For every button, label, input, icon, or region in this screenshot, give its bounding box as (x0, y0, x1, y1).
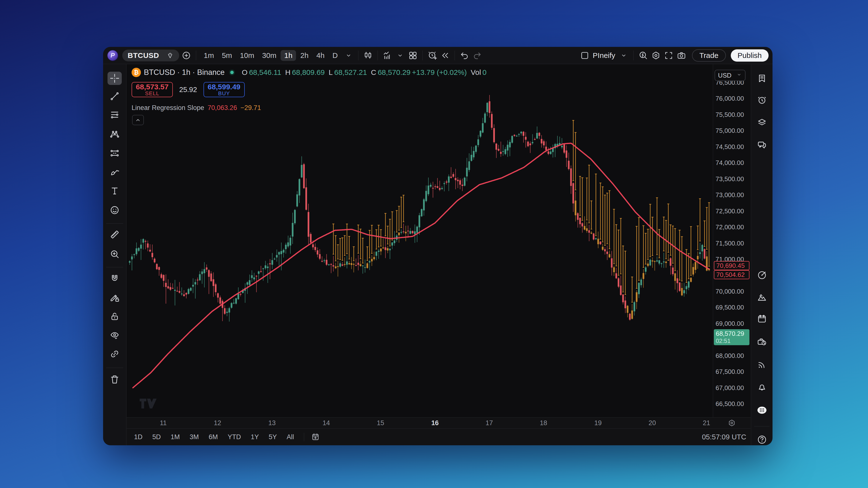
time-axis-label-14: 14 (322, 419, 330, 427)
symbol-search-button[interactable]: BTCUSD (122, 50, 179, 61)
volume-value: 0 (483, 68, 487, 77)
trade-button[interactable]: Trade (692, 49, 725, 62)
draw-lock-icon[interactable] (109, 292, 120, 303)
spread-value: 25.92 (179, 86, 197, 94)
link-icon[interactable] (109, 348, 120, 360)
magnet-icon[interactable] (109, 273, 120, 284)
legend-title[interactable]: BTCUSD · 1h · Binance (144, 68, 225, 77)
publish-button[interactable]: Publish (731, 49, 769, 62)
timeframe-1h[interactable]: 1h (281, 50, 296, 61)
buy-button[interactable]: 68,599.49 BUY (204, 82, 245, 97)
create-alert-icon[interactable] (427, 50, 438, 61)
candlestick-chart[interactable] (127, 64, 713, 417)
hotlists-icon[interactable] (756, 270, 768, 281)
timeframe-4h[interactable]: 4h (313, 50, 328, 61)
chart-type-candles-icon[interactable] (362, 50, 374, 61)
timeframe-1m[interactable]: 1m (200, 50, 218, 61)
indicator-name[interactable]: Linear Regression Slope (131, 104, 204, 112)
apps-grid-icon[interactable] (756, 404, 768, 416)
buy-price: 68,599.49 (208, 83, 240, 91)
sell-button[interactable]: 68,573.57 SELL (131, 82, 173, 97)
hide-drawings-icon[interactable] (109, 329, 120, 341)
range-button-1M[interactable]: 1M (170, 433, 180, 441)
price-axis-label: 67,500.00 (716, 368, 744, 375)
zoom-in-icon[interactable] (109, 248, 120, 260)
quick-search-icon[interactable] (638, 50, 649, 61)
chart-legend[interactable]: ₿ BTCUSD · 1h · Binance O68,546.11 H68,8… (131, 68, 487, 77)
price-axis[interactable]: USD 70,690.45 70,504.62 68,570.29 02:51 … (713, 64, 751, 417)
range-button-5Y[interactable]: 5Y (269, 433, 277, 441)
last-price-value: 68,570.29 (716, 330, 747, 338)
fib-retracement-icon[interactable] (109, 110, 120, 121)
time-axis-gear-icon[interactable] (727, 419, 736, 427)
brush-icon[interactable] (109, 166, 120, 178)
timeframe-5m[interactable]: 5m (218, 50, 236, 61)
toolbar-divider (106, 223, 123, 224)
fullscreen-icon[interactable] (663, 50, 674, 61)
snapshot-camera-icon[interactable] (676, 50, 687, 61)
user-avatar-logo[interactable]: P (107, 50, 118, 61)
notifications-bell-icon[interactable] (756, 381, 768, 393)
indicators-chevron-down-icon[interactable] (395, 50, 406, 61)
price-axis-label: 71,500.00 (716, 239, 744, 247)
object-tree-icon[interactable] (756, 117, 768, 128)
trash-icon[interactable] (109, 374, 120, 385)
clock-display[interactable]: 05:57:09 UTC (702, 433, 746, 441)
chart-pane[interactable]: ₿ BTCUSD · 1h · Binance O68,546.11 H68,8… (127, 64, 713, 417)
redo-icon[interactable] (471, 50, 483, 61)
desktop-background: P BTCUSD 1m5m10m30m1h2h4hD PIneify (0, 0, 868, 488)
trend-line-icon[interactable] (109, 91, 120, 102)
ideas-icon[interactable] (756, 292, 768, 303)
xabcd-pattern-icon[interactable] (109, 128, 120, 140)
bar-replay-icon[interactable] (439, 50, 451, 61)
chat-icon[interactable] (756, 140, 768, 151)
indicators-icon[interactable] (382, 50, 393, 61)
text-icon[interactable] (109, 185, 120, 196)
chevron-down-icon (736, 72, 742, 79)
range-button-5D[interactable]: 5D (152, 433, 161, 441)
price-axis-label: 72,000.00 (716, 223, 744, 231)
market-status-dot-icon[interactable] (229, 69, 235, 75)
indicator-legend[interactable]: Linear Regression Slope 70,063.26 −29.71 (131, 104, 261, 112)
range-button-YTD[interactable]: YTD (228, 433, 241, 441)
compare-add-icon[interactable] (181, 50, 192, 61)
portfolio-icon[interactable] (756, 336, 768, 347)
time-axis-label-13: 13 (268, 419, 276, 427)
layout-grid-icon[interactable] (407, 50, 418, 61)
layout-name-label[interactable]: PIneify (593, 51, 615, 60)
timeframe-D[interactable]: D (329, 50, 341, 61)
currency-dropdown[interactable]: USD (715, 70, 745, 81)
calendar-icon[interactable] (756, 313, 768, 325)
alerts-clock-icon[interactable] (756, 94, 768, 106)
settings-gear-icon[interactable] (650, 50, 661, 61)
high-label: H (285, 68, 291, 77)
low-label: L (329, 68, 333, 77)
price-axis-label: 69,500.00 (716, 304, 744, 311)
time-axis-label-16: 16 (431, 419, 439, 427)
layout-box-icon[interactable] (579, 50, 590, 61)
go-to-date-icon[interactable] (311, 432, 320, 441)
layout-chevron-down-icon[interactable] (618, 50, 629, 61)
close-label: C (371, 68, 376, 77)
range-button-1Y[interactable]: 1Y (251, 433, 259, 441)
range-button-1D[interactable]: 1D (134, 433, 143, 441)
open-label: O (242, 68, 247, 77)
crosshair-icon[interactable] (107, 72, 122, 85)
news-icon[interactable] (756, 359, 768, 370)
help-icon[interactable] (756, 434, 768, 445)
range-button-3M[interactable]: 3M (190, 433, 199, 441)
long-position-icon[interactable] (109, 148, 120, 159)
undo-icon[interactable] (459, 50, 470, 61)
range-button-All[interactable]: All (287, 433, 294, 441)
timeframe-10m[interactable]: 10m (236, 50, 258, 61)
legend-collapse-button[interactable] (132, 115, 144, 125)
emoji-icon[interactable] (109, 205, 120, 216)
watchlist-icon[interactable] (756, 73, 768, 84)
timeframe-chevron-down-icon[interactable] (343, 50, 354, 61)
timeframe-30m[interactable]: 30m (258, 50, 280, 61)
ruler-icon[interactable] (109, 229, 120, 240)
lock-icon[interactable] (109, 311, 120, 322)
time-axis[interactable]: 1112131415161718192021 (127, 417, 751, 428)
timeframe-2h[interactable]: 2h (297, 50, 312, 61)
range-button-6M[interactable]: 6M (209, 433, 218, 441)
